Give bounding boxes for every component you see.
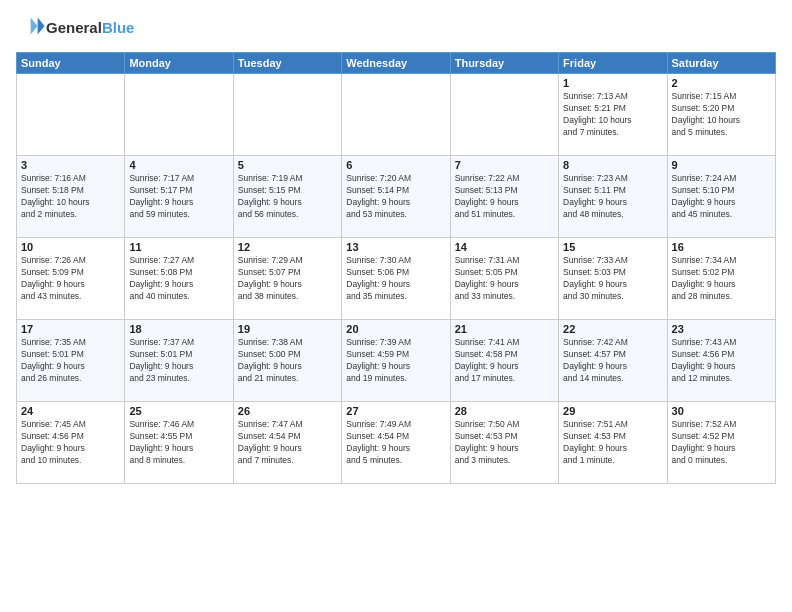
day-cell: 8Sunrise: 7:23 AM Sunset: 5:11 PM Daylig… [559, 156, 667, 238]
logo: GeneralBlue [16, 12, 134, 44]
day-number: 1 [563, 77, 662, 89]
day-cell: 23Sunrise: 7:43 AM Sunset: 4:56 PM Dayli… [667, 320, 775, 402]
day-info: Sunrise: 7:43 AM Sunset: 4:56 PM Dayligh… [672, 337, 771, 385]
day-cell [125, 74, 233, 156]
day-number: 6 [346, 159, 445, 171]
day-cell: 17Sunrise: 7:35 AM Sunset: 5:01 PM Dayli… [17, 320, 125, 402]
day-cell: 4Sunrise: 7:17 AM Sunset: 5:17 PM Daylig… [125, 156, 233, 238]
logo-icon [18, 12, 46, 40]
day-info: Sunrise: 7:31 AM Sunset: 5:05 PM Dayligh… [455, 255, 554, 303]
day-info: Sunrise: 7:38 AM Sunset: 5:00 PM Dayligh… [238, 337, 337, 385]
day-number: 23 [672, 323, 771, 335]
day-cell [342, 74, 450, 156]
day-info: Sunrise: 7:29 AM Sunset: 5:07 PM Dayligh… [238, 255, 337, 303]
day-number: 12 [238, 241, 337, 253]
day-number: 17 [21, 323, 120, 335]
week-row-0: 1Sunrise: 7:13 AM Sunset: 5:21 PM Daylig… [17, 74, 776, 156]
day-cell: 3Sunrise: 7:16 AM Sunset: 5:18 PM Daylig… [17, 156, 125, 238]
day-cell: 15Sunrise: 7:33 AM Sunset: 5:03 PM Dayli… [559, 238, 667, 320]
day-cell: 9Sunrise: 7:24 AM Sunset: 5:10 PM Daylig… [667, 156, 775, 238]
day-info: Sunrise: 7:47 AM Sunset: 4:54 PM Dayligh… [238, 419, 337, 467]
day-cell: 5Sunrise: 7:19 AM Sunset: 5:15 PM Daylig… [233, 156, 341, 238]
day-info: Sunrise: 7:33 AM Sunset: 5:03 PM Dayligh… [563, 255, 662, 303]
day-number: 18 [129, 323, 228, 335]
day-number: 11 [129, 241, 228, 253]
day-cell: 2Sunrise: 7:15 AM Sunset: 5:20 PM Daylig… [667, 74, 775, 156]
day-info: Sunrise: 7:49 AM Sunset: 4:54 PM Dayligh… [346, 419, 445, 467]
week-row-1: 3Sunrise: 7:16 AM Sunset: 5:18 PM Daylig… [17, 156, 776, 238]
day-number: 4 [129, 159, 228, 171]
week-row-2: 10Sunrise: 7:26 AM Sunset: 5:09 PM Dayli… [17, 238, 776, 320]
day-cell: 22Sunrise: 7:42 AM Sunset: 4:57 PM Dayli… [559, 320, 667, 402]
day-number: 7 [455, 159, 554, 171]
day-number: 22 [563, 323, 662, 335]
day-number: 28 [455, 405, 554, 417]
day-number: 25 [129, 405, 228, 417]
weekday-header-tuesday: Tuesday [233, 53, 341, 74]
weekday-header-sunday: Sunday [17, 53, 125, 74]
logo-text: GeneralBlue [46, 19, 134, 37]
day-number: 24 [21, 405, 120, 417]
header: GeneralBlue [16, 12, 776, 44]
day-info: Sunrise: 7:45 AM Sunset: 4:56 PM Dayligh… [21, 419, 120, 467]
weekday-header-thursday: Thursday [450, 53, 558, 74]
day-number: 8 [563, 159, 662, 171]
day-cell: 18Sunrise: 7:37 AM Sunset: 5:01 PM Dayli… [125, 320, 233, 402]
day-number: 14 [455, 241, 554, 253]
week-row-4: 24Sunrise: 7:45 AM Sunset: 4:56 PM Dayli… [17, 402, 776, 484]
day-info: Sunrise: 7:46 AM Sunset: 4:55 PM Dayligh… [129, 419, 228, 467]
day-info: Sunrise: 7:17 AM Sunset: 5:17 PM Dayligh… [129, 173, 228, 221]
day-info: Sunrise: 7:27 AM Sunset: 5:08 PM Dayligh… [129, 255, 228, 303]
day-cell: 12Sunrise: 7:29 AM Sunset: 5:07 PM Dayli… [233, 238, 341, 320]
day-info: Sunrise: 7:51 AM Sunset: 4:53 PM Dayligh… [563, 419, 662, 467]
day-info: Sunrise: 7:26 AM Sunset: 5:09 PM Dayligh… [21, 255, 120, 303]
day-info: Sunrise: 7:30 AM Sunset: 5:06 PM Dayligh… [346, 255, 445, 303]
day-info: Sunrise: 7:42 AM Sunset: 4:57 PM Dayligh… [563, 337, 662, 385]
weekday-header-monday: Monday [125, 53, 233, 74]
weekday-header-saturday: Saturday [667, 53, 775, 74]
day-number: 5 [238, 159, 337, 171]
day-cell: 11Sunrise: 7:27 AM Sunset: 5:08 PM Dayli… [125, 238, 233, 320]
page: GeneralBlue SundayMondayTuesdayWednesday… [0, 0, 792, 612]
day-info: Sunrise: 7:50 AM Sunset: 4:53 PM Dayligh… [455, 419, 554, 467]
day-cell: 27Sunrise: 7:49 AM Sunset: 4:54 PM Dayli… [342, 402, 450, 484]
day-cell: 1Sunrise: 7:13 AM Sunset: 5:21 PM Daylig… [559, 74, 667, 156]
day-info: Sunrise: 7:15 AM Sunset: 5:20 PM Dayligh… [672, 91, 771, 139]
weekday-header-row: SundayMondayTuesdayWednesdayThursdayFrid… [17, 53, 776, 74]
day-cell: 28Sunrise: 7:50 AM Sunset: 4:53 PM Dayli… [450, 402, 558, 484]
day-number: 26 [238, 405, 337, 417]
day-cell: 29Sunrise: 7:51 AM Sunset: 4:53 PM Dayli… [559, 402, 667, 484]
day-info: Sunrise: 7:20 AM Sunset: 5:14 PM Dayligh… [346, 173, 445, 221]
day-number: 16 [672, 241, 771, 253]
day-info: Sunrise: 7:52 AM Sunset: 4:52 PM Dayligh… [672, 419, 771, 467]
day-cell: 6Sunrise: 7:20 AM Sunset: 5:14 PM Daylig… [342, 156, 450, 238]
day-number: 21 [455, 323, 554, 335]
day-cell: 13Sunrise: 7:30 AM Sunset: 5:06 PM Dayli… [342, 238, 450, 320]
day-info: Sunrise: 7:35 AM Sunset: 5:01 PM Dayligh… [21, 337, 120, 385]
day-info: Sunrise: 7:39 AM Sunset: 4:59 PM Dayligh… [346, 337, 445, 385]
day-cell: 20Sunrise: 7:39 AM Sunset: 4:59 PM Dayli… [342, 320, 450, 402]
week-row-3: 17Sunrise: 7:35 AM Sunset: 5:01 PM Dayli… [17, 320, 776, 402]
day-info: Sunrise: 7:16 AM Sunset: 5:18 PM Dayligh… [21, 173, 120, 221]
weekday-header-wednesday: Wednesday [342, 53, 450, 74]
day-number: 29 [563, 405, 662, 417]
day-info: Sunrise: 7:22 AM Sunset: 5:13 PM Dayligh… [455, 173, 554, 221]
day-info: Sunrise: 7:37 AM Sunset: 5:01 PM Dayligh… [129, 337, 228, 385]
day-number: 10 [21, 241, 120, 253]
day-number: 15 [563, 241, 662, 253]
svg-marker-1 [31, 18, 38, 35]
day-cell: 26Sunrise: 7:47 AM Sunset: 4:54 PM Dayli… [233, 402, 341, 484]
day-number: 19 [238, 323, 337, 335]
day-cell: 10Sunrise: 7:26 AM Sunset: 5:09 PM Dayli… [17, 238, 125, 320]
day-number: 2 [672, 77, 771, 89]
day-number: 20 [346, 323, 445, 335]
day-cell: 16Sunrise: 7:34 AM Sunset: 5:02 PM Dayli… [667, 238, 775, 320]
svg-marker-0 [38, 18, 45, 35]
day-info: Sunrise: 7:23 AM Sunset: 5:11 PM Dayligh… [563, 173, 662, 221]
day-cell: 14Sunrise: 7:31 AM Sunset: 5:05 PM Dayli… [450, 238, 558, 320]
day-cell: 19Sunrise: 7:38 AM Sunset: 5:00 PM Dayli… [233, 320, 341, 402]
day-number: 30 [672, 405, 771, 417]
day-cell: 7Sunrise: 7:22 AM Sunset: 5:13 PM Daylig… [450, 156, 558, 238]
day-cell: 25Sunrise: 7:46 AM Sunset: 4:55 PM Dayli… [125, 402, 233, 484]
day-number: 27 [346, 405, 445, 417]
